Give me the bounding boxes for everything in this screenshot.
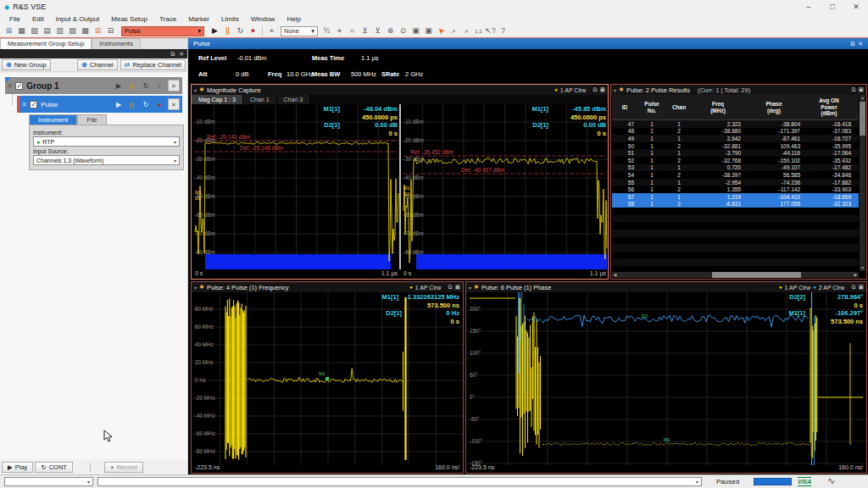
channel-row-pulse[interactable]: ≡ ✓ Pulse ▶ || ↻ ● ✕ <box>17 96 182 113</box>
pulse-phase-window[interactable]: ▾ ✹ Pulse: 6 Pulse (1) Phase ● 1 AP Clrw… <box>465 281 867 474</box>
phase-graph[interactable]: 200°150°100°50°0°-50°-100°-150°D2M1 D2[2… <box>468 292 865 463</box>
capture1-icon[interactable]: ▣ <box>409 25 422 36</box>
zoom-in-icon[interactable]: ⌕ <box>448 25 460 36</box>
save-icon[interactable]: ▦ <box>15 25 28 36</box>
pulse-result-row[interactable]: 47112.323-38.804-16.418 <box>612 120 859 128</box>
menu-item-window[interactable]: Window <box>245 15 281 23</box>
channel-undock-icon[interactable]: ⧉ <box>850 41 854 47</box>
pulse-results-titlebar[interactable]: ▾ ✹ Pulse: 2 Pulse Results (Curr: 1 | To… <box>611 85 866 95</box>
marker-to-peak-icon[interactable]: ⌗ <box>346 25 359 36</box>
marker-track-icon[interactable]: ⊙ <box>397 25 409 36</box>
window-undock-icon[interactable]: ⧉ <box>851 86 855 93</box>
chevron-down-icon[interactable]: ▾ <box>469 285 471 291</box>
menu-item-limits[interactable]: Limits <box>215 15 245 23</box>
input-source-dropdown[interactable]: Channels 1,3 (Waveform) ▾ <box>33 155 180 165</box>
status-dropdown[interactable]: ▾ <box>4 477 93 486</box>
display-export-icon[interactable]: ⊟ <box>104 25 117 36</box>
menu-item-marker[interactable]: Marker <box>182 15 215 23</box>
pause-icon[interactable]: || <box>221 25 234 36</box>
window-delete-icon[interactable]: ▣ <box>858 86 864 93</box>
group-close-button[interactable]: ✕ <box>168 80 180 92</box>
magnitude-capture-titlebar[interactable]: ▾ ✹ Magnitude Capture ● 1 AP Clrw ⧉ ▣ <box>192 85 608 95</box>
channel-play-icon[interactable]: ▶ <box>114 101 124 108</box>
tab-chan1[interactable]: Chan 1 <box>243 95 277 104</box>
pulse-result-row[interactable]: 5511-2.954-74.236-17.882 <box>612 179 859 186</box>
channel-record-icon[interactable]: ● <box>154 101 164 108</box>
print-icon[interactable]: ▨ <box>66 25 79 36</box>
tile-layout-icon[interactable]: ⊞ <box>3 25 15 36</box>
tab-chan3[interactable]: Chan 3 <box>277 95 311 104</box>
menu-item-help[interactable]: Help <box>281 15 306 23</box>
meas-report-icon[interactable]: ▥ <box>53 25 66 36</box>
cont-button[interactable]: ↻CONT <box>35 462 73 473</box>
pulse-results-window[interactable]: ▾ ✹ Pulse: 2 Pulse Results (Curr: 1 | To… <box>610 84 867 280</box>
srate-value[interactable]: 2 GHz <box>405 70 423 78</box>
delta-marker-icon[interactable]: ⌖ <box>333 25 346 36</box>
marker-func2-icon[interactable]: ⊻ <box>371 25 384 36</box>
menu-item-input-output[interactable]: Input & Output <box>50 15 106 23</box>
instrument-dropdown[interactable]: ● RTP ▾ <box>33 136 180 147</box>
vertical-scrollbar[interactable]: ▲ ▼ <box>860 95 865 271</box>
scroll-thumb[interactable] <box>712 272 801 278</box>
menu-item-edit[interactable]: Edit <box>26 15 50 23</box>
pulse-frequency-titlebar[interactable]: ▾ ✹ Pulse: 4 Pulse (1) Frequency ● 1 AP … <box>192 282 463 292</box>
minimize-button[interactable]: – <box>797 0 821 14</box>
status-message-field[interactable]: ▾ <box>97 477 702 486</box>
menu-item-meas-setup[interactable]: Meas Setup <box>105 15 153 23</box>
chevron-down-icon[interactable]: ▾ <box>194 285 197 291</box>
meas-bw-value[interactable]: 500 MHz <box>351 70 376 78</box>
pulse-result-row[interactable]: 5111-3.790-44.116-17.064 <box>612 149 859 157</box>
add-channel-button[interactable]: ⊕ Channel <box>77 59 118 70</box>
zoom-reset-icon[interactable]: 1:1 <box>473 29 484 34</box>
menu-item-trace[interactable]: Trace <box>153 15 182 23</box>
marker-select[interactable]: None▾ <box>281 26 318 36</box>
tab-measurement-group-setup[interactable]: Measurement Group Setup <box>0 38 92 49</box>
pulse-result-row[interactable]: 53110.720-49.107-17.482 <box>612 164 859 172</box>
group-continuous-icon[interactable]: ↻ <box>141 82 151 90</box>
att-value[interactable]: 0 dB <box>236 70 248 78</box>
select-arrow-icon[interactable]: ➤ <box>435 25 448 36</box>
pulse-result-row[interactable]: 5012-32.881109.463-35.995 <box>612 142 859 150</box>
context-help-icon[interactable]: ↖? <box>484 25 497 36</box>
zoom-out-icon[interactable]: ⌕ <box>460 25 473 36</box>
window-delete-icon[interactable]: ▣ <box>599 86 605 93</box>
play-icon[interactable]: ▶ <box>209 25 221 36</box>
window-undock-icon[interactable]: ⧉ <box>593 86 597 93</box>
menu-item-file[interactable]: File <box>3 15 26 23</box>
new-group-button[interactable]: ⊕ New Group <box>2 59 51 70</box>
channel-pause-icon[interactable]: || <box>127 102 137 108</box>
screenshot-icon[interactable]: ▩ <box>79 25 92 36</box>
tab-instrument[interactable]: Instrument <box>29 114 77 125</box>
ref-level-value[interactable]: -0.01 dBm <box>237 54 267 62</box>
capture2-icon[interactable]: ▣ <box>422 25 435 36</box>
frequency-graph[interactable]: 80 MHz60 MHz40 MHz20 MHz0 Hz-20 MHz-40 M… <box>193 292 461 463</box>
panel-undock-icon[interactable]: ⧉ <box>170 51 175 58</box>
magnitude-capture-window[interactable]: ▾ ✹ Magnitude Capture ● 1 AP Clrw ⧉ ▣ Ma… <box>191 84 609 280</box>
marker-ratio-icon[interactable]: ½ <box>320 25 333 36</box>
channel-close-button[interactable]: ✕ <box>168 98 180 110</box>
window-delete-icon[interactable]: ▣ <box>454 284 460 291</box>
play-button[interactable]: ▶Play <box>2 462 33 473</box>
maximize-button[interactable]: □ <box>821 0 844 14</box>
tab-instruments[interactable]: Instruments <box>92 38 140 49</box>
record-icon[interactable]: ● <box>247 25 259 36</box>
channel-tab-bar[interactable]: Pulse ⧉ ✕ <box>188 38 868 49</box>
marker-icon[interactable]: ⌖ <box>265 25 278 36</box>
group-record-icon[interactable]: ● <box>154 82 164 90</box>
scroll-thumb[interactable] <box>860 102 865 136</box>
multiview-grid-icon[interactable]: ⊞ <box>92 25 104 36</box>
magnitude-graph-chan3[interactable]: -10 dBm-20 dBm-30 dBm-40 dBm-50 dBm-60 d… <box>402 104 608 270</box>
pulse-result-row[interactable]: 5212-32.768-150.102-35.432 <box>612 157 859 164</box>
tab-mag-cap[interactable]: Mag Cap 1 : 3 <box>192 95 243 104</box>
pulse-result-row[interactable]: 49112.642-87.461-16.727 <box>612 135 859 142</box>
report-icon[interactable]: ▤ <box>41 25 53 36</box>
window-delete-icon[interactable]: ▣ <box>858 284 864 291</box>
group-row[interactable]: ≡ ✓ Group 1 ▶ || ↻ ● ✕ <box>5 77 182 94</box>
marker-all-off-icon[interactable]: ⊗ <box>384 25 397 36</box>
magnitude-graph-chan1[interactable]: -10 dBm-20 dBm-30 dBm-40 dBm-50 dBm-60 d… <box>193 104 399 270</box>
pulse-result-row[interactable]: 5812-6.831177.056-32.323 <box>612 201 859 208</box>
help-icon[interactable]: ? <box>497 25 509 36</box>
group-checkbox[interactable]: ✓ <box>15 82 23 90</box>
replace-channel-button[interactable]: ⇄ Replace Channel <box>120 59 186 70</box>
group-play-icon[interactable]: ▶ <box>114 82 124 90</box>
